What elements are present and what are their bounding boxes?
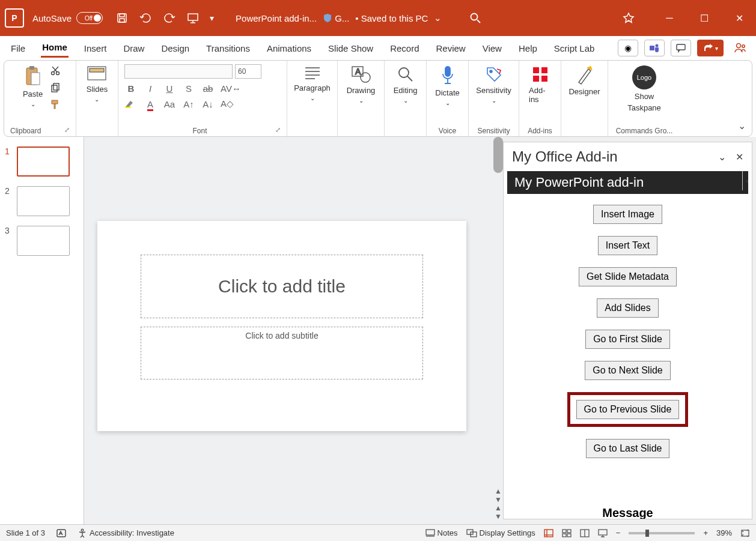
reading-view-button[interactable] bbox=[580, 529, 590, 537]
format-painter-icon[interactable] bbox=[50, 99, 61, 110]
dialog-launcher-icon[interactable]: ⤢ bbox=[64, 126, 70, 134]
sensitivity-button[interactable]: Sensitivity ⌄ bbox=[472, 63, 515, 106]
present-icon[interactable] bbox=[187, 12, 199, 24]
paragraph-button[interactable]: Paragraph ⌄ bbox=[290, 63, 334, 104]
character-spacing-button[interactable]: AV↔ bbox=[221, 83, 234, 94]
comments-button[interactable] bbox=[671, 40, 691, 56]
document-name[interactable]: PowerPoint add-in... bbox=[236, 13, 317, 23]
dictate-button[interactable]: Dictate ⌄ bbox=[431, 63, 463, 109]
minimize-button[interactable]: ─ bbox=[657, 13, 681, 23]
account-icon[interactable] bbox=[733, 41, 746, 55]
clear-formatting-button[interactable]: A◇ bbox=[221, 98, 234, 109]
zoom-slider-knob[interactable] bbox=[645, 530, 649, 537]
zoom-out-button[interactable]: − bbox=[616, 528, 621, 537]
teams-button[interactable] bbox=[644, 40, 665, 56]
tab-insert[interactable]: Insert bbox=[83, 40, 108, 57]
tab-file[interactable]: File bbox=[10, 40, 26, 57]
tab-view[interactable]: View bbox=[481, 40, 503, 57]
qat-more-icon[interactable]: ▾ bbox=[210, 13, 214, 23]
show-taskpane-button[interactable]: Logo Show Taskpane bbox=[624, 63, 665, 115]
tab-animations[interactable]: Animations bbox=[266, 40, 312, 57]
subtitle-placeholder[interactable]: Click to add subtitle bbox=[141, 327, 423, 379]
thumbnail-2[interactable]: 2 bbox=[0, 184, 84, 223]
designer-button[interactable]: Designer bbox=[565, 63, 603, 98]
font-name-input[interactable] bbox=[124, 64, 233, 79]
addins-button[interactable]: Add-ins bbox=[525, 63, 555, 106]
save-status-chevron-icon[interactable]: ⌄ bbox=[434, 13, 442, 23]
get-slide-metadata-button[interactable]: Get Slide Metadata bbox=[579, 267, 677, 286]
underline-button[interactable]: U bbox=[163, 83, 176, 94]
italic-button[interactable]: I bbox=[144, 83, 157, 94]
zoom-in-button[interactable]: + bbox=[703, 528, 708, 537]
thumbnail-3[interactable]: 3 bbox=[0, 223, 84, 263]
pane-chevron-down-icon[interactable]: ⌄ bbox=[718, 151, 726, 163]
zoom-slider[interactable] bbox=[629, 532, 695, 534]
go-last-slide-button[interactable]: Go to Last Slide bbox=[586, 439, 670, 458]
font-color-button[interactable]: A bbox=[144, 99, 157, 109]
accessibility-status[interactable]: Accessibility: Investigate bbox=[78, 528, 174, 538]
slide-sorter-view-button[interactable] bbox=[562, 529, 572, 537]
notes-button[interactable]: Notes bbox=[425, 528, 458, 537]
slideshow-view-button[interactable] bbox=[598, 528, 608, 538]
insert-image-button[interactable]: Insert Image bbox=[593, 205, 662, 224]
copy-icon[interactable] bbox=[50, 82, 61, 93]
redo-icon[interactable] bbox=[164, 12, 176, 24]
fit-to-window-button[interactable] bbox=[740, 529, 750, 537]
scrollbar-thumb[interactable] bbox=[493, 137, 503, 173]
tab-help[interactable]: Help bbox=[517, 40, 538, 57]
tab-script-lab[interactable]: Script Lab bbox=[553, 40, 596, 57]
share-button[interactable]: ▾ bbox=[697, 40, 724, 56]
thumbnail-1[interactable]: 1 bbox=[0, 144, 84, 184]
slide-nav-arrows[interactable]: ▲▼▲▼ bbox=[495, 487, 502, 521]
slide-editor[interactable]: Click to add title Click to add subtitle… bbox=[84, 137, 503, 524]
tab-home[interactable]: Home bbox=[41, 38, 69, 58]
pane-close-icon[interactable]: ✕ bbox=[736, 151, 743, 163]
group-paragraph: Paragraph ⌄ bbox=[287, 61, 338, 136]
tab-draw[interactable]: Draw bbox=[122, 40, 145, 57]
zoom-level[interactable]: 39% bbox=[716, 528, 732, 537]
toggle-switch[interactable]: Off bbox=[76, 12, 103, 24]
insert-text-button[interactable]: Insert Text bbox=[598, 236, 658, 255]
editing-button[interactable]: Editing ⌄ bbox=[390, 63, 421, 106]
go-first-slide-button[interactable]: Go to First Slide bbox=[585, 330, 670, 349]
paste-button[interactable]: Paste ⌄ bbox=[19, 63, 46, 110]
go-next-slide-button[interactable]: Go to Next Slide bbox=[585, 361, 671, 380]
slide-canvas[interactable]: Click to add title Click to add subtitle bbox=[97, 221, 466, 431]
spell-check-icon[interactable] bbox=[56, 528, 67, 538]
maximize-button[interactable]: ☐ bbox=[692, 13, 716, 24]
ribbon-collapse-icon[interactable]: ⌄ bbox=[738, 120, 746, 131]
increase-font-button[interactable]: A↑ bbox=[182, 99, 195, 109]
shadow-button[interactable]: S bbox=[182, 83, 195, 94]
normal-view-button[interactable] bbox=[544, 529, 553, 537]
change-case-button[interactable]: Aa bbox=[163, 99, 176, 109]
search-icon[interactable] bbox=[469, 12, 481, 24]
save-status[interactable]: • Saved to this PC bbox=[355, 13, 428, 23]
slides-button[interactable]: Slides ⌄ bbox=[83, 63, 111, 105]
go-previous-slide-button[interactable]: Go to Previous Slide bbox=[576, 400, 680, 419]
strikethrough-button[interactable]: ab bbox=[201, 83, 215, 94]
tab-design[interactable]: Design bbox=[160, 40, 191, 57]
highlight-button[interactable] bbox=[124, 100, 138, 108]
font-size-input[interactable] bbox=[235, 64, 261, 79]
display-settings-button[interactable]: Display Settings bbox=[466, 528, 535, 537]
undo-icon[interactable] bbox=[139, 12, 153, 24]
close-button[interactable]: ✕ bbox=[727, 13, 751, 24]
add-slides-button[interactable]: Add Slides bbox=[597, 298, 659, 318]
dialog-launcher-icon[interactable]: ⤢ bbox=[275, 126, 281, 134]
cut-icon[interactable] bbox=[50, 65, 61, 76]
slide-counter[interactable]: Slide 1 of 3 bbox=[6, 528, 45, 537]
save-icon[interactable] bbox=[116, 12, 128, 24]
title-placeholder[interactable]: Click to add title bbox=[141, 255, 423, 318]
tab-transitions[interactable]: Transitions bbox=[205, 40, 251, 57]
autosave-toggle[interactable]: AutoSave Off bbox=[32, 12, 103, 24]
shield-icon[interactable]: G... bbox=[323, 13, 349, 23]
tab-record[interactable]: Record bbox=[389, 40, 420, 57]
decrease-font-button[interactable]: A↓ bbox=[201, 99, 215, 109]
premium-icon[interactable] bbox=[623, 12, 647, 24]
tab-review[interactable]: Review bbox=[435, 40, 467, 57]
bold-button[interactable]: B bbox=[124, 83, 138, 94]
camera-record-button[interactable]: ◉ bbox=[618, 40, 638, 56]
drawing-button[interactable]: A Drawing ⌄ bbox=[343, 63, 379, 106]
pane-expand-icon[interactable]: ‹ bbox=[742, 171, 752, 190]
tab-slide-show[interactable]: Slide Show bbox=[327, 40, 374, 57]
